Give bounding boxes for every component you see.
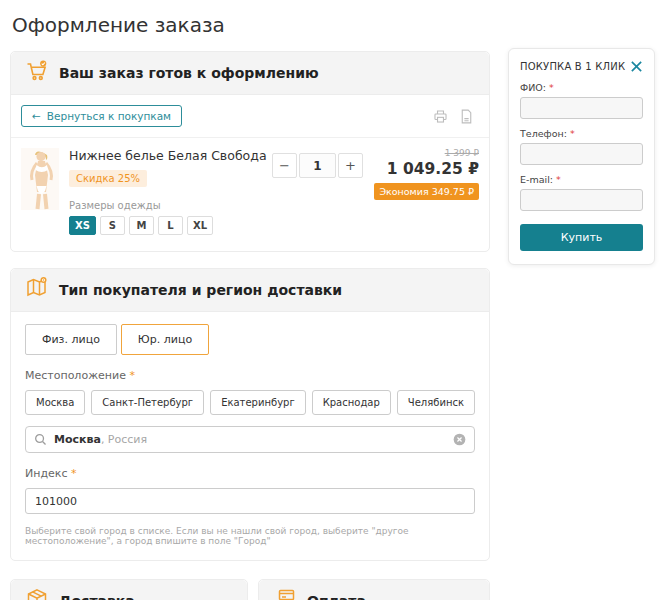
order-toolbar: ← Вернуться к покупкам: [11, 95, 489, 138]
document-actions: [432, 108, 475, 125]
index-required-mark: *: [71, 467, 77, 480]
size-chip-xs[interactable]: XS: [69, 216, 96, 235]
size-chip-m[interactable]: M: [129, 216, 154, 235]
payment-card: Оплата Банковские карты Оплата производи…: [258, 579, 490, 600]
city-chip-krasnodar[interactable]: Краснодар: [312, 390, 391, 415]
back-to-shopping-button[interactable]: ← Вернуться к покупкам: [21, 105, 182, 127]
card-in-hand-icon: [273, 587, 297, 600]
page-title: Оформление заказа: [12, 13, 664, 37]
email-input[interactable]: [520, 189, 643, 211]
size-chips: XS S M L XL: [69, 216, 272, 235]
quantity-value[interactable]: 1: [299, 153, 336, 178]
phone-input[interactable]: [520, 143, 643, 165]
index-label: Индекс *: [25, 467, 475, 480]
quick-buy-header: ПОКУПКА В 1 КЛИК: [520, 60, 643, 73]
payment-card-header: Оплата: [259, 580, 489, 600]
phone-label: Телефон: *: [520, 128, 643, 139]
delivery-card-title: Доставка: [59, 593, 135, 600]
search-icon: [34, 433, 47, 446]
search-value: Москва, Россия: [54, 433, 147, 446]
size-chip-s[interactable]: S: [100, 216, 125, 235]
location-label-text: Местоположение: [25, 369, 126, 382]
order-card-header: Ваш заказ готов к оформлению: [11, 52, 489, 95]
phone-required-mark: *: [570, 128, 575, 139]
quick-buy-title: ПОКУПКА В 1 КЛИК: [520, 61, 625, 72]
cart-check-icon: [25, 59, 49, 87]
current-price: 1 049.25 ₽: [373, 160, 479, 178]
tab-individual[interactable]: Физ. лицо: [25, 324, 117, 355]
search-city-value: Москва: [54, 433, 101, 446]
buyer-type-tabs: Физ. лицо Юр. лицо: [25, 324, 475, 355]
fio-required-mark: *: [549, 82, 554, 93]
sizes-label: Размеры одежды: [69, 200, 272, 211]
city-search-input[interactable]: Москва, Россия: [25, 426, 475, 453]
product-row: Нижнее белье Белая Свобода Скидка 25% Ра…: [11, 138, 489, 251]
old-price: 1 399 ₽: [373, 148, 479, 158]
price-block: 1 399 ₽ 1 049.25 ₽ Экономия 349.75 ₽: [373, 148, 479, 235]
clear-search-icon[interactable]: [453, 433, 466, 446]
region-card-title: Тип покупателя и регион доставки: [59, 282, 342, 298]
save-document-icon[interactable]: [458, 108, 475, 125]
phone-label-text: Телефон:: [520, 128, 567, 139]
email-label: E-mail: *: [520, 174, 643, 185]
city-chip-moscow[interactable]: Москва: [25, 390, 85, 415]
fio-label: ФИО: *: [520, 82, 643, 93]
city-chip-ekaterinburg[interactable]: Екатеринбург: [210, 390, 306, 415]
quick-buy-panel: ПОКУПКА В 1 КЛИК ФИО: * Телефон: * E-mai…: [508, 48, 655, 265]
bottom-row: Доставка Самовывоз бесплатно Вы можете с…: [10, 579, 490, 600]
quantity-decrease-button[interactable]: −: [272, 153, 297, 178]
email-label-text: E-mail:: [520, 174, 553, 185]
back-button-label: Вернуться к покупкам: [47, 110, 171, 122]
index-label-text: Индекс: [25, 467, 68, 480]
quantity-increase-button[interactable]: +: [338, 153, 363, 178]
print-icon[interactable]: [432, 108, 449, 125]
back-arrow-icon: ←: [32, 110, 41, 122]
city-chip-spb[interactable]: Санкт-Петербург: [91, 390, 204, 415]
product-name-link[interactable]: Нижнее белье Белая Свобода: [69, 148, 272, 163]
fio-label-text: ФИО:: [520, 82, 546, 93]
map-icon: [25, 276, 49, 304]
close-icon[interactable]: [630, 60, 643, 73]
order-card: Ваш заказ готов к оформлению ← Вернуться…: [10, 51, 490, 252]
main-column: Ваш заказ готов к оформлению ← Вернуться…: [10, 51, 490, 600]
search-country-value: , Россия: [101, 433, 147, 446]
location-required-mark: *: [129, 369, 135, 382]
order-card-title: Ваш заказ готов к оформлению: [59, 65, 319, 81]
delivery-card-header: Доставка: [11, 580, 247, 600]
size-chip-xl[interactable]: XL: [187, 216, 213, 235]
payment-card-title: Оплата: [307, 593, 366, 600]
city-chips: Москва Санкт-Петербург Екатеринбург Крас…: [25, 390, 475, 415]
tab-legal-entity[interactable]: Юр. лицо: [121, 324, 209, 355]
city-chip-chelyabinsk[interactable]: Челябинск: [397, 390, 475, 415]
buy-button[interactable]: Купить: [520, 224, 643, 251]
savings-badge: Экономия 349.75 ₽: [374, 183, 479, 200]
product-image[interactable]: [21, 148, 59, 235]
delivery-card: Доставка Самовывоз бесплатно Вы можете с…: [10, 579, 248, 600]
location-label: Местоположение *: [25, 369, 475, 382]
email-required-mark: *: [556, 174, 561, 185]
quantity-stepper: − 1 +: [272, 153, 363, 178]
product-info: Нижнее белье Белая Свобода Скидка 25% Ра…: [69, 148, 272, 235]
region-card-header: Тип покупателя и регион доставки: [11, 269, 489, 312]
postal-index-input[interactable]: [25, 488, 475, 514]
fio-input[interactable]: [520, 97, 643, 119]
region-card: Тип покупателя и регион доставки Физ. ли…: [10, 268, 490, 561]
region-body: Физ. лицо Юр. лицо Местоположение * Моск…: [11, 312, 489, 560]
discount-badge: Скидка 25%: [69, 170, 147, 187]
parcel-box-icon: [25, 587, 49, 600]
size-chip-l[interactable]: L: [158, 216, 183, 235]
city-help-text: Выберите свой город в списке. Если вы не…: [25, 526, 475, 546]
